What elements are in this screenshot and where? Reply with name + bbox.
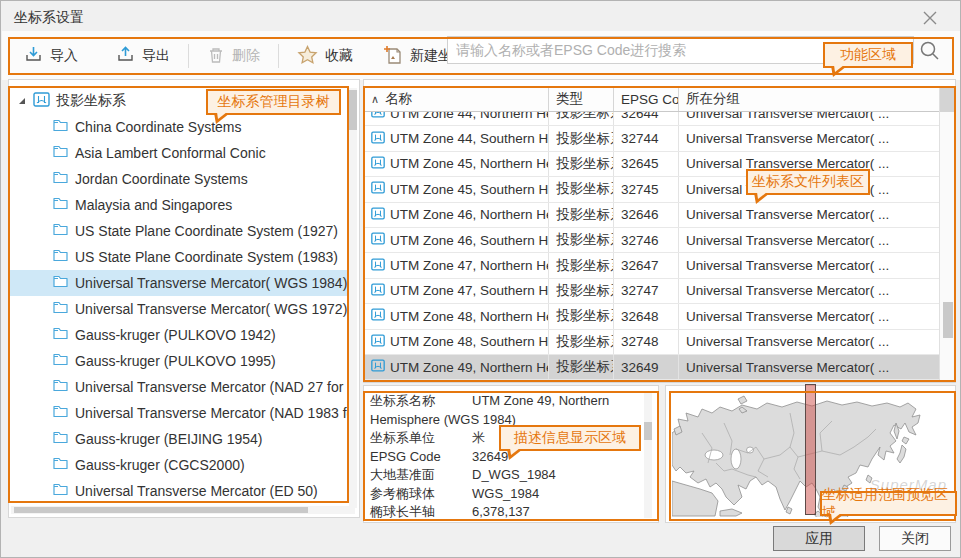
table-header-cell[interactable]: EPSG Code <box>614 87 679 111</box>
table-row[interactable]: UTM Zone 48, Northern He...投影坐标系32648Uni… <box>364 304 940 329</box>
tree-item-label: Gauss-kruger (BEIJING 1954) <box>75 431 263 447</box>
projection-icon <box>371 131 385 147</box>
info-field-value: D_WGS_1984 <box>472 466 640 485</box>
delete-button[interactable]: 删除 <box>203 46 264 67</box>
info-field-row: 坐标系单位米 <box>370 429 640 448</box>
tree-item[interactable]: Universal Transverse Mercator (NAD 1983 … <box>9 400 349 426</box>
cell-name: UTM Zone 46, Southern He... <box>364 228 549 252</box>
crs-info-panel: 坐标系名称UTM Zone 49, NorthernHemisphere (WG… <box>363 385 659 523</box>
info-field-value: UTM Zone 49, Northern <box>472 392 640 411</box>
tree-item-label: Universal Transverse Mercator( WGS 1984) <box>75 275 347 291</box>
tree-item-label: US State Plane Coordinate System (1927) <box>75 223 338 239</box>
table-row[interactable]: UTM Zone 44, Northern He...投影坐标系32644Uni… <box>364 112 940 126</box>
search-icon[interactable] <box>918 39 942 63</box>
table-row[interactable]: UTM Zone 44, Southern He...投影坐标系32744Uni… <box>364 126 940 151</box>
tree-item[interactable]: Universal Transverse Mercator( WGS 1984) <box>9 270 349 296</box>
tree-root-node[interactable]: 投影坐标系 <box>9 88 349 114</box>
search-input[interactable] <box>448 37 913 63</box>
toolbar-separator <box>278 44 279 68</box>
tree-item[interactable]: Asia Lambert Conformal Conic <box>9 140 349 166</box>
projection-icon <box>371 359 385 375</box>
tree-item[interactable]: Universal Transverse Mercator (ED 50) <box>9 478 349 504</box>
table-row[interactable]: UTM Zone 46, Northern He...投影坐标系32646Uni… <box>364 203 940 228</box>
cell-group: Universal Transverse Mercator( ... <box>679 228 940 252</box>
table-row[interactable]: UTM Zone 46, Southern He...投影坐标系32746Uni… <box>364 228 940 253</box>
cell-type: 投影坐标系 <box>549 152 614 176</box>
table-vertical-scrollbar[interactable] <box>939 87 955 382</box>
folder-icon <box>53 379 68 395</box>
import-button[interactable]: 导入 <box>20 45 82 67</box>
projection-icon <box>371 181 385 197</box>
cell-group: Universal Transverse Mercator( ... <box>679 112 940 125</box>
tree-horizontal-scrollbar[interactable] <box>11 506 355 514</box>
toolbar-separator <box>188 44 189 68</box>
projection-icon <box>371 283 385 299</box>
cell-epsg: 32747 <box>614 279 679 303</box>
tree-item[interactable]: Gauss-kruger (PULKOVO 1995) <box>9 348 349 374</box>
cell-group: Universal Transverse Mercator( ... <box>679 304 940 328</box>
info-field-row: 参考椭球体WGS_1984 <box>370 485 640 504</box>
table-header-cell[interactable]: ∧名称 <box>364 87 549 111</box>
cell-type: 投影坐标系 <box>549 126 614 150</box>
projection-icon <box>371 232 385 248</box>
cell-type: 投影坐标系 <box>549 330 614 354</box>
info-field-label: 参考椭球体 <box>370 485 472 504</box>
folder-icon <box>53 457 68 473</box>
import-label: 导入 <box>50 47 78 65</box>
tree-vertical-scrollbar[interactable] <box>349 88 357 508</box>
tree-item-label: Universal Transverse Mercator (NAD 27 fo… <box>75 379 349 395</box>
cell-type: 投影坐标系 <box>549 112 614 125</box>
scrollbar-thumb[interactable] <box>644 422 652 440</box>
close-button[interactable]: 关闭 <box>879 526 951 551</box>
tree-item[interactable]: US State Plane Coordinate System (1927) <box>9 218 349 244</box>
cell-epsg: 32646 <box>614 203 679 227</box>
export-label: 导出 <box>142 47 170 65</box>
crs-settings-dialog: 坐标系设置 导入 导出 删除 <box>0 0 961 558</box>
projection-icon <box>371 308 385 324</box>
info-field-value-wrap: Hemisphere (WGS 1984) <box>370 411 640 430</box>
table-row[interactable]: UTM Zone 49, Northern He...投影坐标系32649Uni… <box>364 355 940 380</box>
tree-item[interactable]: US State Plane Coordinate System (1983) <box>9 244 349 270</box>
info-vertical-scrollbar[interactable] <box>644 392 652 518</box>
apply-button[interactable]: 应用 <box>773 526 865 551</box>
tree-item[interactable]: Gauss-kruger (PULKOVO 1942) <box>9 322 349 348</box>
cell-name: UTM Zone 48, Southern He... <box>364 330 549 354</box>
cell-name: UTM Zone 44, Northern He... <box>364 112 549 125</box>
tree-item[interactable]: Gauss-kruger (BEIJING 1954) <box>9 426 349 452</box>
table-header-cell[interactable]: 所在分组 <box>679 87 940 111</box>
import-icon <box>24 45 43 67</box>
folder-icon <box>53 249 68 265</box>
tree-item[interactable]: Universal Transverse Mercator( WGS 1972) <box>9 296 349 322</box>
expander-icon[interactable] <box>17 93 27 109</box>
table-header-cell[interactable]: 类型 <box>549 87 614 111</box>
tree-item[interactable]: Universal Transverse Mercator (NAD 27 fo… <box>9 374 349 400</box>
favorite-button[interactable]: 收藏 <box>293 45 357 68</box>
tree-item[interactable]: Malaysia and Singapores <box>9 192 349 218</box>
table-row[interactable]: UTM Zone 47, Northern He...投影坐标系32647Uni… <box>364 253 940 278</box>
tree-item[interactable]: China Coordinate Systems <box>9 114 349 140</box>
table-body: UTM Zone 44, Northern He...投影坐标系32644Uni… <box>364 112 940 382</box>
tree-item[interactable]: Jordan Coordinate Systems <box>9 166 349 192</box>
table-header-label: 类型 <box>556 90 583 108</box>
scrollbar-thumb[interactable] <box>943 302 953 338</box>
cell-epsg: 32748 <box>614 330 679 354</box>
info-field-value: WGS_1984 <box>472 485 640 504</box>
search-box <box>447 36 914 64</box>
info-field-row: EPSG Code32649 <box>370 448 640 467</box>
scrollbar-thumb[interactable] <box>14 507 308 513</box>
scrollbar-thumb[interactable] <box>349 90 357 130</box>
projection-icon <box>371 334 385 350</box>
table-header-label: 名称 <box>385 90 412 108</box>
table-row[interactable]: UTM Zone 48, Southern He...投影坐标系32748Uni… <box>364 330 940 355</box>
tree-item[interactable]: Gauss-kruger (CGCS2000) <box>9 452 349 478</box>
close-icon[interactable] <box>920 8 940 28</box>
table-row[interactable]: UTM Zone 45, Northern He...投影坐标系32645Uni… <box>364 152 940 177</box>
cell-name: UTM Zone 47, Southern He... <box>364 279 549 303</box>
cell-group: Universal Transverse Mercator( ... <box>679 177 940 201</box>
export-button[interactable]: 导出 <box>112 45 174 67</box>
table-row[interactable]: UTM Zone 45, Southern He...投影坐标系32745Uni… <box>364 177 940 202</box>
table-header-label: 所在分组 <box>686 90 740 108</box>
table-row[interactable]: UTM Zone 47, Southern He...投影坐标系32747Uni… <box>364 279 940 304</box>
tree-item-label: Malaysia and Singapores <box>75 197 232 213</box>
projection-icon <box>371 156 385 172</box>
